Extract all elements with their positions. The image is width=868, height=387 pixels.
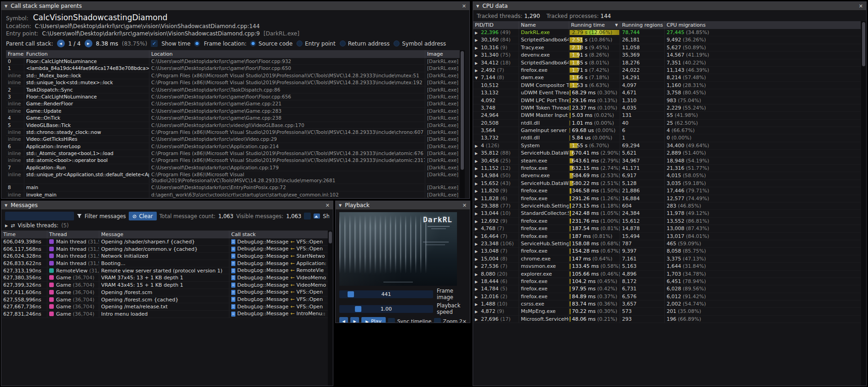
cpu-table-row[interactable]: ▶30,160 (84)ScriptedSandbox64.exe2.51 s … xyxy=(473,36,861,44)
message-row[interactable]: 606,049,398nsMain thread (31,596)Opening… xyxy=(1,238,333,246)
callstack-titlebar[interactable]: ▼ Call stack sample parents ✕ xyxy=(1,2,469,11)
cpu-table-row[interactable]: 13,732ntdll.dll5.84 us (0.00%)10 (0.00%) xyxy=(473,134,861,142)
cpu-table-row[interactable]: ▶11,152 (12)firefox.exe632.15 ms (2.74%)… xyxy=(473,165,861,172)
cpu-table-row[interactable]: ▶13,048 (7)firefox.exe154.28 ms (0.67%)9… xyxy=(473,248,861,255)
cpu-table-row[interactable]: 3,748DWM Token Thread23.37 ms (0.10%)4,0… xyxy=(473,104,861,112)
callstack-row[interactable]: inlineGame::RenderFloorC:\Users\wolf\Des… xyxy=(6,100,465,107)
cpu-table-row[interactable]: ▶27,696 (17)Microsoft.ServiceHub.Control… xyxy=(473,316,861,323)
close-icon[interactable]: ✕ xyxy=(326,202,330,208)
cpu-table-row[interactable]: ▼7,144 (8)dwm.exe1.66 s (7.18%)14,2918,2… xyxy=(473,74,861,81)
collapse-icon[interactable]: ▼ xyxy=(5,4,7,8)
cpu-table-row[interactable]: ▶10,316 (9)Tracy.exe2.18 s (9.45%)11,058… xyxy=(473,44,861,52)
step-forward-button[interactable]: ▶ xyxy=(350,317,359,323)
callstack-row[interactable]: inlinestd::_Atomic_storage<bool,1>::load… xyxy=(6,150,465,157)
message-row[interactable]: 627,380,356nsGame (36,704)VRAM 37x45: 13… xyxy=(1,274,333,282)
callstack-row[interactable]: 2TaskDispatch::SyncC:\Users\wolf\Desktop… xyxy=(6,87,465,93)
callstack-row[interactable]: 0Floor::CalcLightNoLuminanceC:\Users\wol… xyxy=(6,58,465,65)
cpu-table-row[interactable]: 20,508ntdll.dll1.01 ms (0.00%)4025 (62.5… xyxy=(473,120,861,127)
callstack-row[interactable]: inlinestd::chrono::steady_clock::nowC:\P… xyxy=(6,129,465,136)
message-row[interactable]: 606,117,568nsMain thread (31,596)Opening… xyxy=(1,246,333,253)
cpu-scrollbar[interactable] xyxy=(861,21,866,386)
column-header[interactable]: Running time▼ xyxy=(569,21,620,29)
scrollbar-thumb[interactable] xyxy=(329,231,332,243)
message-row[interactable]: 626,833,622nsMain thread (31,596)Booting… xyxy=(1,260,333,267)
callstack-row[interactable]: 1<lambda_84a19dc444fae966ca174e83e708bdc… xyxy=(6,65,465,72)
frame-location-option[interactable]: Entry point xyxy=(297,40,335,47)
message-row[interactable]: 627,411,606nsGame (36,704)Opening /fores… xyxy=(1,289,333,296)
collapse-icon[interactable]: ▼ xyxy=(5,203,7,208)
cpu-table-row[interactable]: 24,964DWM Master Input Thread5.03 ms (0.… xyxy=(473,112,861,119)
clear-button[interactable]: ⊘ Clear xyxy=(129,212,157,220)
expand-icon[interactable]: ▶ xyxy=(5,224,8,228)
sync-timeline-checkbox[interactable] xyxy=(388,318,395,323)
scrollbar-thumb[interactable] xyxy=(461,51,464,170)
message-row[interactable]: 626,024,328nsMain thread (31,596)Network… xyxy=(1,253,333,260)
prev-parent-button[interactable]: ◀ xyxy=(57,40,65,47)
cpu-table-row[interactable]: ▶14,984 (50)devenv.exe584.69 ms (2.53%)6… xyxy=(473,172,861,179)
callstack-row[interactable]: inlineVideo::GetTicksHiResC:\Users\wolf\… xyxy=(6,136,465,143)
step-back-button[interactable]: ◀ xyxy=(339,317,348,323)
close-icon[interactable]: ✕ xyxy=(463,202,467,208)
cpu-table-row[interactable]: ▶29,388 (77)ServiceHub.SettingsHost.exe2… xyxy=(473,202,861,210)
playback-titlebar[interactable]: ▼ Playback ✕ xyxy=(336,201,470,210)
message-row[interactable]: 627,558,996nsGame (36,704)Opening /fores… xyxy=(1,296,333,304)
messages-titlebar[interactable]: ▼ Messages ✕ xyxy=(1,201,333,210)
callstack-row[interactable]: inlineinvoke_maind:\agent\_work\63\s\src… xyxy=(6,191,465,198)
callstack-row[interactable]: 6Application::InnerLoopC:\Users\wolf\Des… xyxy=(6,143,465,150)
cpu-table-row[interactable]: ▶34,412 (18)ScriptedSandbox64.exe1.85 s … xyxy=(473,59,861,67)
cpu-table-row[interactable]: 3,564GameInput server69.68 us (0.00%)64 … xyxy=(473,127,861,134)
show-frame-checkbox[interactable] xyxy=(304,213,311,219)
cpu-table-row[interactable]: ▶12,692 (9)firefox.exe231.76 ms (1.00%)1… xyxy=(473,218,861,225)
collapse-icon[interactable]: ▼ xyxy=(339,203,342,208)
cpu-table-row[interactable]: ▶4,872 (9)MsMpEng.exe70.22 ms (0.30%)573… xyxy=(473,308,861,315)
visible-threads-row[interactable]: ▶ ⇄ Visible threads: (5) xyxy=(1,222,333,231)
callstack-row[interactable]: 4Game::OnTickC:\Users\wolf\Desktop\darkr… xyxy=(6,115,465,121)
column-header[interactable]: Name xyxy=(519,21,569,29)
play-button[interactable]: ▶ Play xyxy=(361,317,386,323)
frame-location-option[interactable]: Source code xyxy=(250,40,292,47)
cpu-table-row[interactable]: ▶16,464 (7)firefox.exe187 ms (0.81%)15,4… xyxy=(473,233,861,240)
frame-location-option[interactable]: Return address xyxy=(340,40,390,47)
message-row[interactable]: 627,831,246nsGame (36,704)Intro menu loa… xyxy=(1,311,333,318)
cpu-table-row[interactable]: ▶8,080 (20)explorer.exe105.66 ms (0.46%)… xyxy=(473,271,861,278)
callstack-row[interactable]: 7Application::RunC:\Users\wolf\Desktop\d… xyxy=(6,164,465,171)
column-header[interactable]: Call stack xyxy=(229,231,333,238)
callstack-row[interactable]: inlinestd::atomic<bool>::operator boolC:… xyxy=(6,157,465,164)
cpu-table-row[interactable]: ▶30,456 (25)steam.exe643.61 ms (2.79%)34… xyxy=(473,157,861,165)
column-header[interactable]: CPU migrations xyxy=(665,21,861,29)
cpu-table-row[interactable]: ▶11,828 (6)firefox.exe291.26 ms (1.26%)1… xyxy=(473,195,861,202)
callstack-scrollbar[interactable] xyxy=(460,50,465,198)
collapse-icon[interactable]: ▼ xyxy=(476,4,479,8)
cpu-table-row[interactable]: ▶23,348 (106)ServiceHub.SettingsHost.exe… xyxy=(473,240,861,248)
cpu-table-row[interactable]: ▶15,004 (8)chrome.exe147 ms (0.64%)7,161… xyxy=(473,255,861,263)
scrollbar-thumb[interactable] xyxy=(862,22,865,66)
cpu-table-row[interactable]: ▶4,768 (7)firefox.exe187.54 ms (0.81%)14… xyxy=(473,225,861,232)
cpu-table-row[interactable]: 13,132uDWM Event Thread68.29 ms (0.30%)4… xyxy=(473,89,861,97)
callstack-row[interactable]: inlinestd::_Mutex_base::lockC:\Program F… xyxy=(6,72,465,79)
column-header[interactable]: Thread xyxy=(47,231,99,238)
callstack-row[interactable]: 8mainC:\Users\wolf\Desktop\darkrl\src\En… xyxy=(6,184,465,191)
cpu-table-row[interactable]: ▶27,536 (7)msvsmon.exe133.45 ms (0.58%)5… xyxy=(473,263,861,270)
show-time-checkbox[interactable]: ✓ xyxy=(151,40,158,47)
column-header[interactable]: Image xyxy=(425,50,465,58)
callstack-row[interactable]: inlinestd::unique_lock<std::mutex>::lock… xyxy=(6,79,465,86)
callstack-row[interactable]: inlinestd::unique_ptr<Application,std::d… xyxy=(6,171,465,184)
column-header[interactable]: Frame xyxy=(6,50,24,58)
column-header[interactable]: Location xyxy=(149,50,425,58)
column-header[interactable]: Running regions xyxy=(620,21,665,29)
playback-speed-slider[interactable]: 1.00 xyxy=(339,305,433,313)
cpu-titlebar[interactable]: ▼ CPU data ✕ xyxy=(473,2,866,11)
column-header[interactable]: Time xyxy=(1,231,47,238)
cpu-table-row[interactable]: ▶13,044 (10)StandardCollector.Service.ex… xyxy=(473,210,861,217)
cpu-table-row[interactable]: ▶18,444 (6)firefox.exe104.2 ms (0.45%)8,… xyxy=(473,278,861,285)
cpu-table-row[interactable]: ▶14,784 (5)firefox.exe97.95 ms (0.42%)6,… xyxy=(473,285,861,293)
callstack-row[interactable]: 3Floor::CalcLightNoLuminanceC:\Users\wol… xyxy=(6,93,465,100)
message-row[interactable]: 627,399,326nsGame (36,704)VRAM 43x45: 15… xyxy=(1,282,333,289)
cpu-table-row[interactable]: ▶35,812 (88)ServiceHub.DataWarehouseHost… xyxy=(473,150,861,157)
next-parent-button[interactable]: ▶ xyxy=(85,40,92,47)
message-filter-input[interactable] xyxy=(5,212,74,220)
zoom-2x-checkbox[interactable] xyxy=(434,318,441,323)
callstack-row[interactable]: 5VideoGLBase::TickC:\Users\wolf\Desktop\… xyxy=(6,122,465,129)
frame-location-option[interactable]: Symbol address xyxy=(394,40,446,47)
message-row[interactable]: 627,667,736nsGame (36,704)Opening /meta/… xyxy=(1,303,333,311)
